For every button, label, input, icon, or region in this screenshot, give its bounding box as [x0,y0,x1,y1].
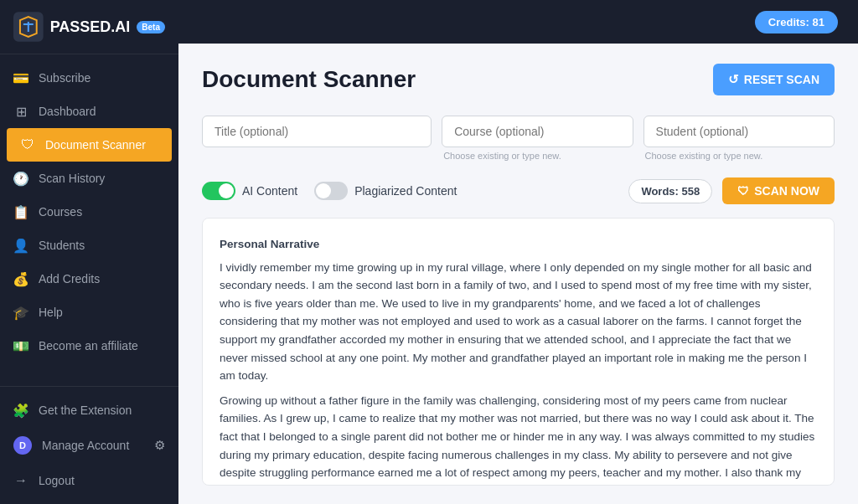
become-affiliate-icon: 💵 [13,338,28,353]
plagiarized-toggle-group: Plagiarized Content [314,182,457,200]
sidebar-item-help[interactable]: 🎓 Help [0,296,178,329]
credits-badge: Credits: 81 [755,11,838,33]
sidebar-item-document-scanner[interactable]: 🛡 Document Scanner [7,128,172,162]
document-title: Personal Narrative [220,235,817,254]
get-extension-icon: 🧩 [13,403,28,418]
sidebar-item-label: Dashboard [39,105,96,118]
page-title: Document Scanner [202,66,416,93]
scan-icon: 🛡 [737,184,749,198]
topbar: Credits: 81 [178,0,858,44]
course-input[interactable] [442,116,633,147]
app-name: PASSED.AI [50,18,131,36]
scan-now-button[interactable]: 🛡 SCAN NOW [722,177,835,204]
add-credits-icon: 💰 [13,271,28,286]
sidebar-item-logout[interactable]: → Logout [0,464,178,497]
student-field-container: Choose existing or type new. [644,116,835,161]
sidebar-item-label: Logout [39,474,75,487]
help-icon: 🎓 [13,305,28,320]
sidebar-item-label: Scan History [39,172,105,185]
title-field-container [202,116,432,161]
student-input[interactable] [644,116,835,147]
reset-icon: ↺ [728,72,739,87]
ai-toggle-thumb [219,183,234,198]
words-count-badge: Words: 558 [628,179,712,203]
sidebar-item-manage-account[interactable]: D Manage Account ⚙ [0,427,178,464]
document-paragraph: I vividly remember my time growing up in… [220,259,817,385]
logout-icon: → [13,473,28,488]
document-paragraph: Growing up without a father figure in th… [220,392,817,486]
ai-content-label: AI Content [242,184,297,198]
sidebar-item-label: Document Scanner [45,138,146,152]
sidebar-item-label: Help [39,306,63,319]
document-area[interactable]: Personal Narrative I vividly remember my… [202,218,835,486]
reset-scan-label: RESET SCAN [744,73,819,86]
ai-content-toggle[interactable] [202,182,235,200]
scan-controls: Words: 558 🛡 SCAN NOW [628,177,835,204]
document-scanner-icon: 🛡 [20,137,35,152]
sidebar-bottom: 🧩 Get the Extension D Manage Account ⚙ →… [0,386,178,504]
sidebar-item-label: Add Credits [39,272,100,285]
sidebar-item-label: Become an affiliate [39,339,138,352]
form-row: Choose existing or type new. Choose exis… [202,116,835,161]
sidebar-item-become-affiliate[interactable]: 💵 Become an affiliate [0,329,178,363]
sidebar-item-get-extension[interactable]: 🧩 Get the Extension [0,393,178,427]
manage-account-left: D Manage Account [13,436,129,455]
document-body: I vividly remember my time growing up in… [220,259,817,486]
title-input[interactable] [202,116,432,147]
controls-row: AI Content Plagiarized Content Words: 55… [202,177,835,204]
sidebar-item-courses[interactable]: 📋 Courses [0,195,178,229]
course-hint: Choose existing or type new. [442,151,633,161]
course-field-container: Choose existing or type new. [442,116,633,161]
sidebar-item-label: Courses [39,205,82,219]
plagiarized-toggle[interactable] [314,182,348,200]
plagiarized-label: Plagiarized Content [354,184,457,198]
sidebar-item-label: Subscribe [39,71,90,85]
manage-account-label: Manage Account [42,439,129,452]
content-area: Document Scanner ↺ RESET SCAN Choose exi… [178,44,858,504]
sidebar-item-scan-history[interactable]: 🕐 Scan History [0,162,178,195]
sidebar-item-label: Students [39,239,85,252]
dashboard-icon: ⊞ [13,104,28,119]
subscribe-icon: 💳 [13,70,28,85]
courses-icon: 📋 [13,204,28,219]
sidebar-item-label: Get the Extension [39,404,132,417]
scan-history-icon: 🕐 [13,171,28,186]
logo-icon [13,12,44,42]
toggles: AI Content Plagiarized Content [202,182,457,200]
sidebar-item-dashboard[interactable]: ⊞ Dashboard [0,95,178,128]
sidebar-nav: 💳 Subscribe ⊞ Dashboard 🛡 Document Scann… [0,54,178,386]
sidebar: PASSED.AI Beta 💳 Subscribe ⊞ Dashboard 🛡… [0,0,178,504]
student-hint: Choose existing or type new. [644,151,835,161]
app-logo: PASSED.AI Beta [0,0,178,54]
page-header: Document Scanner ↺ RESET SCAN [202,64,835,95]
sidebar-item-subscribe[interactable]: 💳 Subscribe [0,61,178,95]
main-panel: Credits: 81 Document Scanner ↺ RESET SCA… [178,0,858,504]
settings-icon[interactable]: ⚙ [154,438,165,453]
user-avatar: D [13,436,32,455]
reset-scan-button[interactable]: ↺ RESET SCAN [713,64,835,95]
plagiarized-toggle-thumb [316,183,331,198]
sidebar-item-students[interactable]: 👤 Students [0,229,178,262]
ai-content-toggle-group: AI Content [202,182,297,200]
beta-badge: Beta [137,21,165,33]
scan-now-label: SCAN NOW [754,184,819,198]
students-icon: 👤 [13,238,28,253]
sidebar-item-add-credits[interactable]: 💰 Add Credits [0,262,178,296]
